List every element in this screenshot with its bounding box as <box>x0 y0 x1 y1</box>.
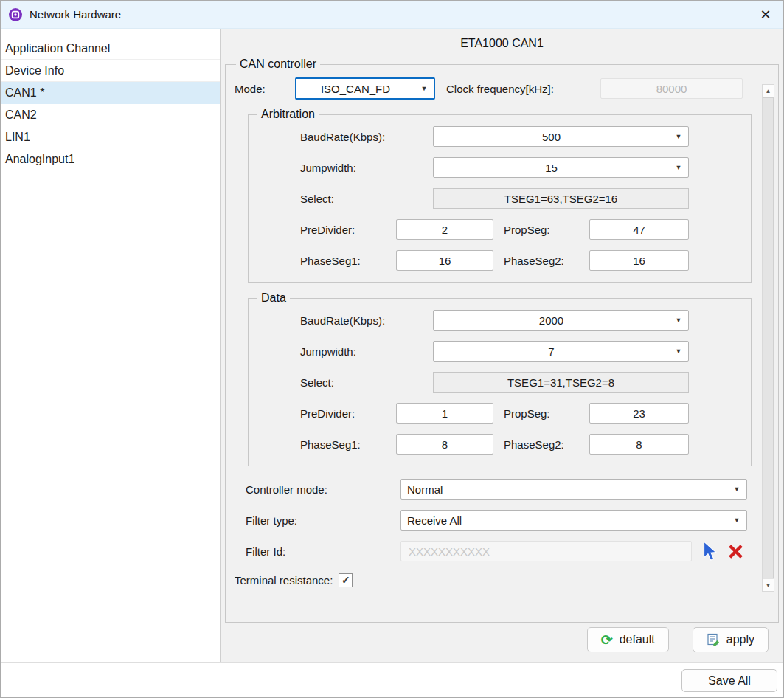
filter-id-input <box>400 541 692 561</box>
apply-button-label: apply <box>726 633 754 646</box>
mode-label: Mode: <box>235 83 295 95</box>
mode-row: Mode: ISO_CAN_FD ▼ Clock frequency[kHz]: <box>230 72 756 105</box>
arb-phaseseg1-input[interactable] <box>396 250 493 271</box>
mode-select[interactable]: ISO_CAN_FD ▼ <box>295 77 435 100</box>
arbitration-group-title: Arbitration <box>257 108 319 121</box>
check-icon: ✓ <box>341 574 350 586</box>
default-button[interactable]: ⟳ default <box>587 627 669 652</box>
arb-select-label: Select: <box>300 193 433 205</box>
arb-jumpwidth-row: Jumpwidth: 15 ▼ <box>249 152 751 183</box>
sidebar-item-can2[interactable]: CAN2 <box>1 104 220 126</box>
refresh-icon: ⟳ <box>601 633 613 647</box>
chevron-down-icon: ▼ <box>414 85 434 92</box>
apply-button[interactable]: apply <box>693 627 769 652</box>
arb-select-row: Select: TSEG1=63,TSEG2=16 <box>249 183 751 214</box>
page-title: ETA1000 CAN1 <box>221 29 783 56</box>
controller-mode-value: Normal <box>401 483 727 496</box>
filter-id-actions <box>698 540 746 562</box>
settings-panel: ETA1000 CAN1 CAN controller Mode: ISO_CA… <box>221 29 783 662</box>
chevron-down-icon: ▼ <box>727 516 746 524</box>
chevron-down-icon: ▼ <box>669 133 688 140</box>
scrollbar-thumb[interactable] <box>763 97 774 578</box>
controller-mode-row: Controller mode: Normal ▼ <box>230 474 756 505</box>
arb-select-display: TSEG1=63,TSEG2=16 <box>433 188 689 209</box>
data-baudrate-value: 2000 <box>434 314 669 327</box>
arb-jumpwidth-select[interactable]: 15 ▼ <box>433 157 689 178</box>
clock-frequency-label: Clock frequency[kHz]: <box>446 83 600 95</box>
data-phaseseg2-label: PhaseSeg2: <box>504 438 589 451</box>
panel-button-row: ⟳ default apply <box>221 623 783 652</box>
sidebar-item-device-info[interactable]: Device Info <box>1 60 220 82</box>
filter-type-row: Filter type: Receive All ▼ <box>230 505 756 536</box>
arb-propseg-label: PropSeg: <box>504 224 589 236</box>
data-phaseseg1-input[interactable] <box>396 434 493 455</box>
title-bar: Network Hardware ✕ <box>1 1 783 29</box>
filter-type-value: Receive All <box>401 514 727 527</box>
main-area: Application Channel Device Info CAN1 * C… <box>1 29 783 662</box>
data-group: Data BaudRate(Kbps): 2000 ▼ Jumpwidth: 7… <box>248 291 752 466</box>
filter-id-label: Filter Id: <box>246 545 400 558</box>
scrollbar-down-icon[interactable]: ▼ <box>763 578 774 591</box>
arb-propseg-input[interactable] <box>589 219 689 240</box>
data-predivider-input[interactable] <box>396 403 493 424</box>
filter-type-select[interactable]: Receive All ▼ <box>400 510 747 531</box>
data-group-title: Data <box>257 291 290 305</box>
close-icon[interactable]: ✕ <box>751 2 780 27</box>
data-jumpwidth-value: 7 <box>434 345 669 358</box>
arb-phaseseg2-label: PhaseSeg2: <box>504 255 589 267</box>
chevron-down-icon: ▼ <box>727 486 746 493</box>
clear-filter-icon[interactable] <box>724 540 746 562</box>
data-predivider-row: PreDivider: PropSeg: <box>249 398 751 429</box>
arb-baudrate-row: BaudRate(Kbps): 500 ▼ <box>249 121 751 152</box>
data-phaseseg2-input[interactable] <box>589 434 689 455</box>
arb-phaseseg2-input[interactable] <box>589 250 689 271</box>
arb-phaseseg1-label: PhaseSeg1: <box>300 255 396 267</box>
can-controller-group: CAN controller Mode: ISO_CAN_FD ▼ Clock … <box>225 58 779 623</box>
channel-sidebar: Application Channel Device Info CAN1 * C… <box>1 29 221 662</box>
pointer-pick-icon[interactable] <box>698 540 720 562</box>
data-propseg-input[interactable] <box>589 403 689 424</box>
data-baudrate-label: BaudRate(Kbps): <box>300 314 433 327</box>
sidebar-item-analoginput1[interactable]: AnalogInput1 <box>1 148 220 170</box>
data-baudrate-row: BaudRate(Kbps): 2000 ▼ <box>249 305 751 336</box>
apply-form-icon <box>707 633 720 646</box>
network-hardware-window: Network Hardware ✕ Application Channel D… <box>0 0 784 698</box>
data-jumpwidth-row: Jumpwidth: 7 ▼ <box>249 336 751 367</box>
arb-predivider-label: PreDivider: <box>300 224 396 236</box>
vertical-scrollbar[interactable]: ▲ ▼ <box>762 84 774 592</box>
scrollbar-up-icon[interactable]: ▲ <box>763 85 774 97</box>
data-select-label: Select: <box>300 376 433 389</box>
app-logo-icon <box>8 7 23 22</box>
sidebar-item-can1[interactable]: CAN1 * <box>1 82 220 104</box>
arb-jumpwidth-label: Jumpwidth: <box>300 162 433 174</box>
chevron-down-icon: ▼ <box>669 164 688 171</box>
controller-mode-label: Controller mode: <box>246 483 400 496</box>
controller-mode-select[interactable]: Normal ▼ <box>400 479 747 500</box>
data-baudrate-select[interactable]: 2000 ▼ <box>433 310 689 331</box>
chevron-down-icon: ▼ <box>669 317 688 324</box>
filter-id-row: Filter Id: <box>230 536 756 567</box>
clock-frequency-input <box>600 78 743 99</box>
save-all-button[interactable]: Save All <box>681 669 777 692</box>
data-select-row: Select: TSEG1=31,TSEG2=8 <box>249 367 751 398</box>
data-select-display: TSEG1=31,TSEG2=8 <box>433 372 689 393</box>
terminal-resistance-label: Terminal resistance: <box>235 574 333 587</box>
arb-jumpwidth-value: 15 <box>434 162 669 174</box>
data-jumpwidth-select[interactable]: 7 ▼ <box>433 341 689 362</box>
sidebar-item-lin1[interactable]: LIN1 <box>1 126 220 148</box>
arb-predivider-input[interactable] <box>396 219 493 240</box>
can-controller-group-title: CAN controller <box>236 58 320 71</box>
arb-baudrate-select[interactable]: 500 ▼ <box>433 126 689 147</box>
arb-baudrate-label: BaudRate(Kbps): <box>300 131 433 143</box>
arb-predivider-row: PreDivider: PropSeg: <box>249 214 751 245</box>
data-phaseseg-row: PhaseSeg1: PhaseSeg2: <box>249 429 751 460</box>
arbitration-group: Arbitration BaudRate(Kbps): 500 ▼ Jumpwi… <box>248 108 752 283</box>
arb-phaseseg-row: PhaseSeg1: PhaseSeg2: <box>249 245 751 276</box>
data-phaseseg1-label: PhaseSeg1: <box>300 438 396 451</box>
default-button-label: default <box>620 633 655 646</box>
terminal-resistance-row: Terminal resistance: ✓ <box>230 567 756 593</box>
footer-bar: Save All <box>1 662 783 697</box>
terminal-resistance-checkbox[interactable]: ✓ <box>339 573 353 587</box>
data-jumpwidth-label: Jumpwidth: <box>300 345 433 358</box>
sidebar-item-application-channel[interactable]: Application Channel <box>1 38 220 60</box>
